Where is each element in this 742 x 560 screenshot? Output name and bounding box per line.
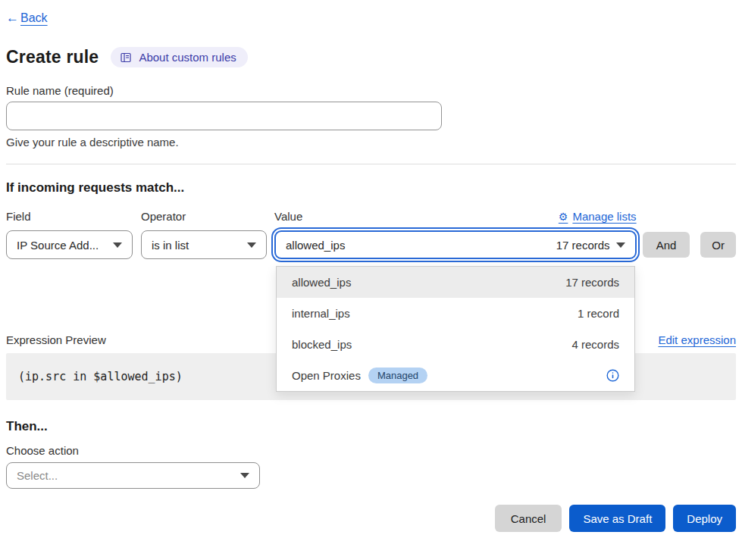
info-icon[interactable] (606, 369, 619, 382)
back-arrow-icon: ← (6, 11, 19, 26)
list-item-record-count: 1 record (578, 307, 619, 320)
rule-name-input[interactable] (6, 102, 442, 130)
rule-name-label: Rule name (required) (6, 84, 736, 97)
value-select[interactable]: allowed_ips 17 records (274, 230, 637, 259)
chevron-down-icon (240, 473, 249, 478)
rule-name-helper-text: Give your rule a descriptive name. (6, 136, 736, 149)
manage-lists-label: Manage lists (572, 210, 636, 223)
list-item-allowed-ips[interactable]: allowed_ips 17 records (277, 267, 634, 298)
book-icon (120, 52, 132, 64)
then-section-heading: Then... (6, 419, 736, 434)
chevron-down-icon (113, 242, 122, 248)
list-item-open-proxies[interactable]: Open Proxies Managed (277, 360, 634, 391)
match-section-heading: If incoming requests match... (6, 180, 736, 196)
field-select[interactable]: IP Source Add... (6, 230, 133, 259)
action-select-placeholder: Select... (17, 469, 58, 482)
operator-select[interactable]: is in list (141, 230, 267, 259)
save-as-draft-button[interactable]: Save as Draft (569, 505, 665, 532)
manage-lists-link[interactable]: ⚙ Manage lists (559, 210, 637, 223)
field-label: Field (6, 210, 133, 230)
create-rule-page: ←Back Create rule About custom rules Rul… (0, 0, 742, 532)
back-link[interactable]: ←Back (6, 11, 48, 26)
chevron-down-icon (247, 242, 256, 248)
list-item-name: allowed_ips (292, 276, 351, 289)
chevron-down-icon (616, 242, 625, 248)
deploy-button[interactable]: Deploy (673, 505, 736, 532)
and-button[interactable]: And (643, 232, 690, 258)
cancel-button[interactable]: Cancel (495, 505, 562, 532)
title-row: Create rule About custom rules (6, 47, 736, 67)
choose-action-label: Choose action (6, 444, 736, 457)
list-item-internal-ips[interactable]: internal_ips 1 record (277, 298, 634, 329)
list-item-record-count: 4 records (571, 338, 619, 351)
or-button[interactable]: Or (700, 232, 736, 258)
operator-select-value: is in list (152, 239, 189, 252)
list-item-blocked-ips[interactable]: blocked_ips 4 records (277, 329, 634, 360)
page-title: Create rule (6, 47, 99, 67)
operator-label: Operator (141, 210, 267, 230)
managed-badge: Managed (368, 368, 427, 383)
field-select-value: IP Source Add... (17, 239, 99, 252)
list-item-name: Open Proxies (292, 369, 361, 382)
value-label: Value (274, 210, 302, 230)
footer-actions: Cancel Save as Draft Deploy (6, 505, 736, 532)
back-link-label: Back (20, 11, 48, 25)
about-badge-label: About custom rules (139, 51, 236, 64)
about-custom-rules-link[interactable]: About custom rules (111, 47, 247, 67)
list-item-name: internal_ips (292, 307, 350, 320)
list-dropdown-panel: allowed_ips 17 records internal_ips 1 re… (276, 266, 635, 392)
expression-preview-label: Expression Preview (6, 333, 106, 346)
value-select-selected: allowed_ips (286, 239, 345, 252)
list-item-record-count: 17 records (565, 276, 619, 289)
gear-icon: ⚙ (559, 211, 568, 223)
action-select[interactable]: Select... (6, 462, 260, 489)
condition-row: Field IP Source Add... Operator is in li… (6, 210, 736, 259)
value-select-record-count: 17 records (556, 239, 610, 252)
list-item-name: blocked_ips (292, 338, 352, 351)
section-divider (6, 164, 736, 164)
edit-expression-link[interactable]: Edit expression (658, 333, 736, 346)
